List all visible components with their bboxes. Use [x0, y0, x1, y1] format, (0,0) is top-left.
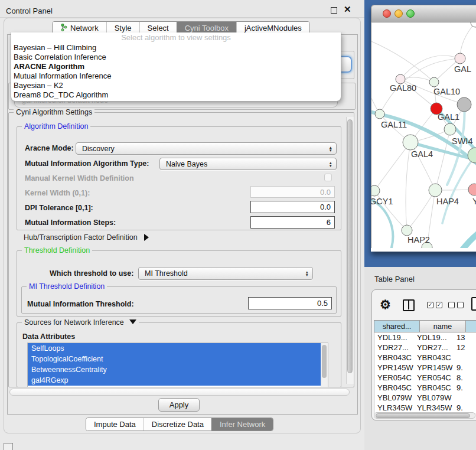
dropdown-item[interactable]: Dream8 DC_TDC Algorithm: [11, 90, 341, 100]
hub-definition-toggle[interactable]: Hub/Transcription Factor Definition: [24, 233, 149, 242]
node-gal1[interactable]: [444, 123, 456, 135]
node-gal80[interactable]: [396, 74, 405, 84]
tab-impute-data[interactable]: Impute Data: [86, 418, 144, 431]
close-icon[interactable]: ✕: [344, 4, 351, 15]
dropdown-item[interactable]: Bayesian – K2: [11, 81, 341, 90]
node-partial-top[interactable]: [471, 22, 476, 27]
tab-label: Network: [70, 24, 99, 32]
mi-type-combobox[interactable]: Naive Bayes ▲▼: [159, 158, 337, 170]
network-icon: [60, 24, 67, 33]
expanded-arrow-icon: [129, 319, 136, 324]
collapsed-arrow-icon: [144, 234, 149, 241]
table-row[interactable]: YLR345WYLR345W9.: [374, 403, 476, 413]
select-all-checkboxes-icon[interactable]: ✓ ✓: [427, 302, 442, 308]
node-hap2[interactable]: [402, 225, 412, 236]
table-row[interactable]: YBR043CYBR043C: [374, 353, 476, 363]
table-scrollbar-thumb[interactable]: [376, 413, 470, 418]
mi-steps-field[interactable]: 6: [250, 216, 335, 229]
tab-label: Discretize Data: [152, 420, 204, 429]
table-row[interactable]: YPR145WYPR145W9.: [374, 363, 476, 373]
node-gray[interactable]: [457, 97, 471, 112]
attributes-scrollbar-thumb[interactable]: [322, 345, 327, 378]
tab-discretize-data[interactable]: Discretize Data: [144, 418, 211, 431]
kernel-width-field[interactable]: 0.0: [250, 186, 335, 198]
dropdown-item[interactable]: Basic Correlation Inference: [11, 53, 341, 62]
attribute-list-item[interactable]: SelfLoops: [28, 343, 321, 354]
kernel-width-label: Kernel Width (0,1):: [25, 189, 90, 197]
attribute-list-item[interactable]: gal4RGexp: [28, 375, 321, 386]
node-gal10[interactable]: [429, 77, 439, 87]
table-cell: YBL079W: [414, 393, 454, 402]
dropdown-item[interactable]: Mutual Information Inference: [11, 71, 341, 81]
algorithm-definition-title: Algorithm Definition: [22, 122, 90, 131]
tab-infer-network[interactable]: Infer Network: [211, 418, 273, 431]
node-gal4[interactable]: [403, 135, 418, 150]
mi-threshold-field[interactable]: 0.5: [248, 297, 332, 309]
minimize-traffic-light-icon[interactable]: [395, 9, 403, 18]
table-panel-title: Table Panel: [374, 275, 415, 283]
which-threshold-combobox[interactable]: MI Threshold ▲▼: [138, 267, 313, 280]
manual-kernel-checkbox[interactable]: [324, 174, 332, 181]
table-cell: YDR27...: [374, 343, 414, 352]
float-window-icon[interactable]: [331, 7, 337, 14]
minimized-panel-icon[interactable]: [4, 443, 13, 450]
settings-horizontal-scrollbar[interactable]: [9, 389, 350, 396]
node-gal1-label: GAL1: [438, 112, 459, 122]
tab-label: Impute Data: [94, 420, 136, 429]
tab-label: Style: [115, 24, 132, 32]
hub-definition-label: Hub/Transcription Factor Definition: [24, 233, 138, 242]
zoom-traffic-light-icon[interactable]: [406, 9, 415, 18]
close-traffic-light-icon[interactable]: [383, 9, 391, 18]
network-graph: GALGAL80GAL10GAL1GAL11SWI4GAL4GCY1HAP4YH…: [371, 22, 476, 248]
gear-icon[interactable]: ⚙: [380, 298, 391, 312]
which-threshold-value: MI Threshold: [145, 269, 188, 278]
data-attributes-list[interactable]: SelfLoopsTopologicalCoefficientBetweenne…: [27, 343, 328, 387]
column-header[interactable]: shared...: [374, 320, 420, 332]
column-header[interactable]: [466, 320, 476, 332]
node-gal-pink[interactable]: [455, 53, 465, 64]
node-hap4[interactable]: [429, 184, 442, 197]
table-cell: 8.: [454, 373, 476, 382]
node-gal11[interactable]: [375, 109, 384, 119]
aracne-mode-combobox[interactable]: Discovery ▲▼: [76, 142, 337, 155]
node-gcy1[interactable]: [371, 185, 380, 196]
table-row[interactable]: YDL19...YDL19...13: [374, 332, 476, 343]
mi-threshold-title: MI Threshold Definition: [27, 282, 107, 291]
network-canvas[interactable]: GALGAL80GAL10GAL1GAL11SWI4GAL4GCY1HAP4YH…: [371, 22, 476, 248]
node-salmon[interactable]: [468, 184, 476, 195]
table-body: YDL19...YDL19...13YDR27...YDR27...12YBR0…: [374, 332, 476, 413]
attribute-list-item[interactable]: TopologicalCoefficient: [28, 354, 321, 364]
unchecked-box-icon: [457, 302, 464, 308]
column-header[interactable]: name: [420, 320, 466, 332]
stepper-arrows-icon: ▲▼: [305, 270, 309, 276]
deselect-all-checkboxes-icon[interactable]: [448, 302, 464, 308]
node-swi4[interactable]: [468, 148, 476, 163]
dropdown-item[interactable]: ARACNE Algorithm: [11, 62, 341, 71]
table-row[interactable]: YDR27...YDR27...12: [374, 343, 476, 353]
columns-icon[interactable]: [403, 299, 415, 311]
node-gal-pink-label: GAL: [454, 64, 471, 74]
table-row[interactable]: YER054CYER054C8.: [374, 373, 476, 383]
algorithm-dropdown-list: Select algorithm to view settings Bayesi…: [11, 32, 341, 102]
table-cell: YLR345W: [374, 403, 414, 412]
stepper-arrows-icon: ▲▼: [329, 146, 332, 152]
apply-button[interactable]: Apply: [158, 398, 200, 412]
settings-scrollbar-thumb[interactable]: [347, 119, 353, 373]
dpi-tolerance-field[interactable]: 0.0: [250, 201, 335, 213]
export-table-icon[interactable]: [471, 297, 476, 311]
node-salmon-label: Y: [472, 197, 476, 206]
table-row[interactable]: YBR045CYBR045C9.: [374, 383, 476, 393]
table-cell: YBR043C: [374, 353, 414, 362]
sources-title[interactable]: Sources for Network Inference: [22, 318, 139, 327]
tab-label: Infer Network: [220, 420, 265, 429]
table-cell: YPR145W: [374, 363, 414, 372]
dropdown-item[interactable]: Bayesian – Hill Climbing: [11, 43, 341, 53]
attribute-list-item[interactable]: BetweennessCentrality: [28, 364, 321, 375]
tab-label: jActiveMNodules: [244, 24, 302, 32]
table-header: shared...name: [374, 320, 476, 332]
table-cell: YBR045C: [414, 383, 454, 392]
node-swi4-label: SWI4: [452, 136, 472, 146]
tab-label: Cyni Toolbox: [185, 24, 229, 32]
control-panel-titlebar: [0, 0, 364, 18]
table-row[interactable]: YBL079WYBL079W: [374, 393, 476, 403]
